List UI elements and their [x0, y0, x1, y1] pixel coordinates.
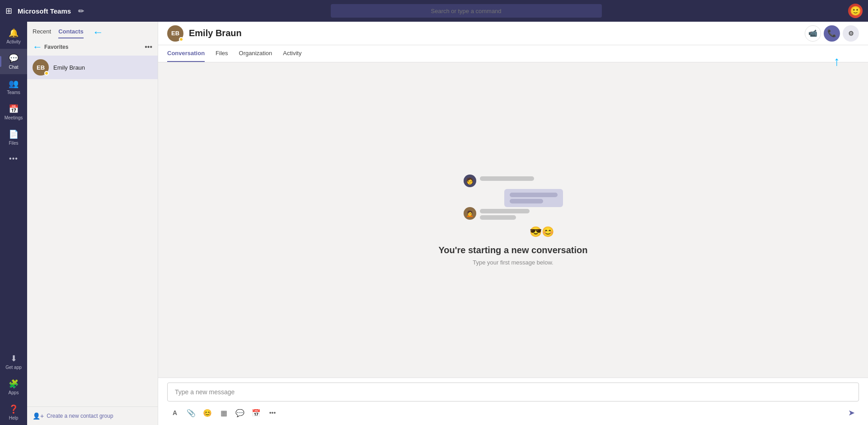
getapp-label: Get app	[5, 365, 22, 370]
contact-name: Emily Braun	[53, 64, 85, 71]
favorites-more-button[interactable]: •••	[145, 43, 152, 51]
sidebar-item-files[interactable]: 📄 Files	[0, 125, 27, 150]
search-input[interactable]	[336, 8, 596, 14]
call-button[interactable]: 📞 ↑	[824, 25, 840, 42]
sidebar-item-teams[interactable]: 👥 Teams	[0, 74, 27, 99]
placeholder-illustration: 🧑 🙍	[464, 175, 563, 238]
more-tools-button[interactable]: •••	[265, 405, 280, 420]
tab-activity[interactable]: Activity	[283, 45, 301, 62]
attach-button[interactable]: 📎	[183, 405, 199, 420]
message-input-box[interactable]: Type a new message	[167, 382, 859, 401]
status-indicator	[44, 71, 49, 76]
new-conversation-title: You're starting a new conversation	[438, 245, 587, 255]
message-input-area: Type a new message A 📎 😊 ▦ 💬 📅 ••• ➤	[158, 378, 868, 425]
sidebar-item-activity[interactable]: 🔔 Activity	[0, 24, 27, 49]
more-options-button[interactable]: ⚙	[843, 25, 859, 42]
conversation-placeholder: 🧑 🙍	[438, 175, 587, 266]
sidebar-item-chat[interactable]: 💬 Chat	[0, 49, 27, 74]
contact-item[interactable]: EB Emily Braun	[27, 56, 158, 79]
contact-avatar: EB	[33, 59, 49, 76]
favorites-arrow-annotation: ←	[33, 41, 42, 53]
activity-icon: 🔔	[9, 28, 19, 38]
contacts-arrow-annotation: ←	[93, 26, 103, 38]
create-group-label: Create a new contact group	[47, 413, 113, 419]
sticker-button[interactable]: 💬	[232, 405, 248, 420]
files-label: Files	[9, 141, 18, 146]
create-group-icon: 👤+	[33, 412, 44, 420]
chat-icon: 💬	[9, 53, 19, 63]
sidebar-more[interactable]: •••	[0, 150, 27, 167]
contacts-panel: Recent Contacts ← ← Favorites ••• EB	[27, 22, 158, 425]
header-contact-avatar: EB	[167, 25, 183, 42]
content-header: EB Emily Braun 📹 📞 ↑	[158, 22, 868, 45]
send-button[interactable]: ➤	[844, 405, 859, 420]
tab-recent[interactable]: Recent	[33, 25, 51, 38]
sidebar-item-apps[interactable]: 🧩 Apps	[0, 374, 27, 400]
content-tabs: Conversation Files Organization Activity	[158, 45, 868, 62]
giphy-button[interactable]: ▦	[216, 405, 231, 420]
more-icon: •••	[9, 155, 18, 163]
format-button[interactable]: A	[167, 405, 183, 420]
sidebar-item-meetings[interactable]: 📅 Meetings	[0, 99, 27, 125]
grid-icon[interactable]: ⊞	[5, 6, 12, 16]
tab-contacts[interactable]: Contacts	[58, 25, 84, 38]
teams-icon: 👥	[9, 79, 19, 89]
activity-label: Activity	[6, 39, 21, 44]
app-title: Microsoft Teams	[18, 7, 71, 15]
schedule-button[interactable]: 📅	[249, 405, 264, 420]
header-contact-name: Emily Braun	[189, 28, 242, 38]
message-toolbar: A 📎 😊 ▦ 💬 📅 ••• ➤	[167, 405, 859, 420]
sidebar-item-help[interactable]: ❓ Help	[0, 400, 27, 425]
icon-sidebar: 🔔 Activity 💬 Chat 👥 Teams 📅 Meetings 📄 F…	[0, 22, 27, 425]
new-conversation-subtitle: Type your first message below.	[473, 259, 553, 266]
tab-conversation[interactable]: Conversation	[167, 45, 205, 62]
user-avatar-top[interactable]: 🙂	[848, 4, 863, 18]
teams-label: Teams	[7, 90, 20, 95]
help-icon: ❓	[9, 404, 19, 414]
tab-files[interactable]: Files	[216, 45, 228, 62]
files-icon: 📄	[9, 129, 19, 139]
emoji-button[interactable]: 😊	[200, 405, 215, 420]
chat-area: 🧑 🙍	[158, 62, 868, 378]
header-actions: 📹 📞 ↑ ⚙	[805, 25, 859, 42]
chat-label: Chat	[9, 65, 18, 70]
help-label: Help	[9, 416, 19, 420]
compose-icon[interactable]: ✏	[78, 7, 84, 15]
tab-organization[interactable]: Organization	[239, 45, 272, 62]
create-contact-group[interactable]: 👤+ Create a new contact group	[27, 406, 158, 425]
meetings-label: Meetings	[5, 115, 23, 120]
getapp-icon: ⬇	[10, 354, 17, 364]
sidebar-item-getapp[interactable]: ⬇ Get app	[0, 349, 27, 374]
main-content: EB Emily Braun 📹 📞 ↑	[158, 22, 868, 425]
apps-label: Apps	[9, 390, 19, 395]
meetings-icon: 📅	[9, 104, 19, 114]
apps-icon: 🧩	[9, 379, 19, 389]
video-call-button[interactable]: 📹	[805, 25, 821, 42]
favorites-label: Favorites	[44, 44, 68, 50]
